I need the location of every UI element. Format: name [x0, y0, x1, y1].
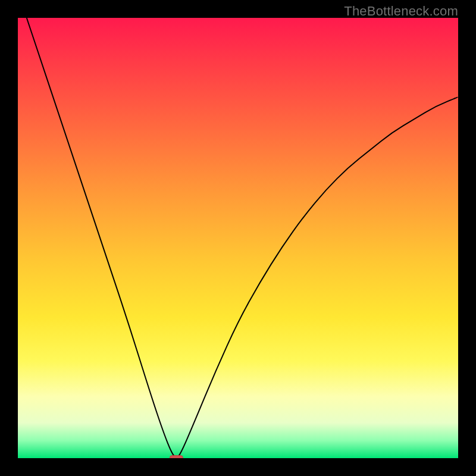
- plot-area: [18, 18, 458, 458]
- optimum-marker: [170, 456, 183, 458]
- watermark-text: TheBottleneck.com: [344, 4, 458, 19]
- bottleneck-curve: [27, 18, 458, 457]
- curve-layer: [18, 18, 458, 458]
- chart-frame: TheBottleneck.com: [0, 0, 476, 476]
